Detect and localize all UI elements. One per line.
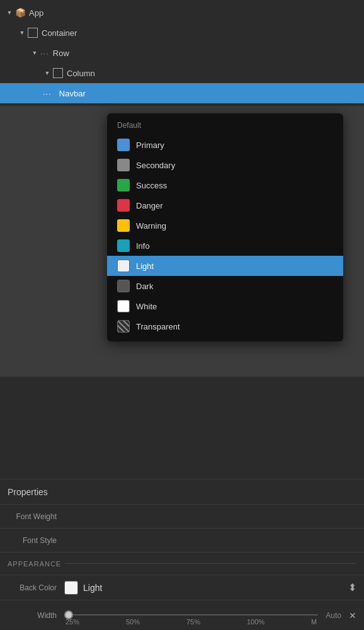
white-label: White (136, 302, 157, 311)
dropdown-header: Default (107, 118, 343, 135)
tree-item-column[interactable]: Column (0, 63, 364, 83)
width-auto-option[interactable]: Auto (323, 610, 344, 621)
properties-panel: Properties Font Weight Font Style APPEAR… (0, 479, 364, 630)
warning-swatch (117, 219, 130, 232)
component-tree: 📦 App Container ··· Row Column ··· Navba… (0, 0, 364, 106)
dropdown-item-dark[interactable]: Dark (107, 276, 343, 296)
width-row: Width 25% 50% 75% 100% M Auto ✕ (0, 600, 364, 630)
light-swatch (117, 260, 130, 272)
back-color-value: Light (83, 583, 343, 593)
navbar-dots-icon: ··· (43, 89, 52, 98)
dark-label: Dark (136, 282, 153, 291)
tree-item-container[interactable]: Container (0, 23, 364, 43)
properties-title: Properties (8, 487, 48, 497)
tree-label-column: Column (67, 69, 95, 78)
success-label: Success (136, 181, 167, 190)
column-icon (53, 68, 63, 78)
width-label-m: M (311, 618, 317, 626)
tree-item-app[interactable]: 📦 App (0, 3, 364, 23)
width-label-50: 50% (126, 618, 140, 626)
tree-arrow-column (43, 69, 52, 77)
primary-swatch (117, 139, 130, 151)
dropdown-item-light[interactable]: Light (107, 256, 343, 276)
dropdown-item-white[interactable]: White (107, 296, 343, 316)
tree-item-navbar[interactable]: ··· Navbar (0, 83, 364, 103)
tree-arrow-row (30, 49, 39, 57)
dropdown-item-info[interactable]: Info (107, 236, 343, 256)
tree-label-app: App (29, 8, 43, 18)
transparent-label: Transparent (136, 322, 180, 331)
tree-item-row[interactable]: ··· Row (0, 43, 364, 63)
width-label: Width (8, 611, 64, 620)
transparent-swatch (117, 320, 130, 333)
canvas-area: Default Primary Secondary Success Danger… (0, 106, 364, 377)
font-weight-label: Font Weight (8, 512, 64, 521)
row-dots-icon: ··· (40, 49, 49, 58)
danger-swatch (117, 199, 130, 212)
section-divider (65, 563, 356, 564)
dropdown-item-primary[interactable]: Primary (107, 135, 343, 155)
white-swatch (117, 300, 130, 312)
dropdown-item-warning[interactable]: Warning (107, 215, 343, 236)
back-color-label: Back Color (8, 583, 64, 592)
font-style-row: Font Style (0, 528, 364, 552)
back-color-row[interactable]: Back Color Light ⬍ (0, 575, 364, 600)
app-icon: 📦 (15, 8, 25, 18)
width-close-button[interactable]: ✕ (349, 610, 356, 621)
secondary-label: Secondary (136, 161, 175, 170)
dropdown-item-secondary[interactable]: Secondary (107, 155, 343, 175)
info-swatch (117, 239, 130, 252)
width-label-100: 100% (247, 618, 264, 626)
tree-arrow-container (18, 28, 26, 37)
back-color-swatch (64, 581, 78, 595)
width-slider-area: 25% 50% 75% 100% M (64, 605, 318, 626)
width-label-75: 75% (186, 618, 200, 626)
container-icon (28, 28, 38, 38)
light-label: Light (136, 261, 154, 271)
danger-label: Danger (136, 201, 163, 210)
color-dropdown[interactable]: Default Primary Secondary Success Danger… (107, 113, 343, 341)
width-labels: 25% 50% 75% 100% M (64, 618, 318, 626)
font-style-label: Font Style (8, 536, 64, 545)
primary-label: Primary (136, 140, 164, 150)
secondary-swatch (117, 159, 130, 171)
tree-label-container: Container (42, 28, 77, 38)
dropdown-item-success[interactable]: Success (107, 175, 343, 195)
tree-label-row: Row (53, 49, 69, 58)
appearance-title: APPEARANCE (8, 560, 61, 568)
dark-swatch (117, 280, 130, 292)
dropdown-item-danger[interactable]: Danger (107, 195, 343, 215)
back-color-arrows-icon[interactable]: ⬍ (348, 581, 356, 593)
tree-arrow-app (5, 8, 14, 17)
width-slider-track[interactable] (64, 614, 318, 616)
tree-label-navbar: Navbar (59, 89, 86, 98)
font-weight-row: Font Weight (0, 504, 364, 528)
warning-label: Warning (136, 221, 166, 231)
properties-header: Properties (0, 479, 364, 504)
dropdown-item-transparent[interactable]: Transparent (107, 316, 343, 336)
width-options: Auto ✕ (323, 610, 356, 621)
info-label: Info (136, 241, 150, 251)
appearance-section-header: APPEARANCE (0, 552, 364, 575)
width-slider-thumb[interactable] (64, 610, 73, 619)
success-swatch (117, 179, 130, 192)
